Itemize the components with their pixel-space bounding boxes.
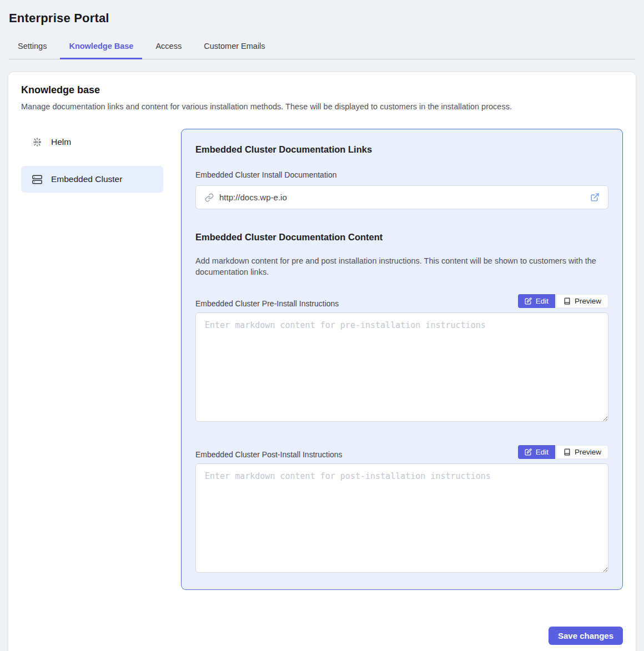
edit-button[interactable]: Edit <box>518 294 555 308</box>
post-install-mode-toggle: Edit Preview <box>518 445 608 459</box>
external-link-icon[interactable] <box>590 193 600 202</box>
edit-icon <box>525 448 532 456</box>
sidebar-item-embedded-cluster[interactable]: Embedded Cluster <box>21 166 163 193</box>
install-doc-url-input[interactable] <box>219 193 585 202</box>
tab-knowledge-base[interactable]: Knowledge Base <box>60 36 142 59</box>
post-install-label: Embedded Cluster Post-Install Instructio… <box>195 450 343 459</box>
pre-install-mode-toggle: Edit Preview <box>518 294 608 308</box>
tab-settings[interactable]: Settings <box>9 36 56 59</box>
post-install-textarea[interactable] <box>195 463 608 573</box>
embedded-cluster-panel: Embedded Cluster Documentation Links Emb… <box>181 129 623 590</box>
preview-button-label: Preview <box>575 448 601 456</box>
sidebar-item-label: Embedded Cluster <box>51 174 122 184</box>
pre-install-label: Embedded Cluster Pre-Install Instruction… <box>195 299 339 308</box>
card-description: Manage documentation links and content f… <box>21 102 623 111</box>
install-doc-field <box>195 185 608 209</box>
install-method-list: HELM Helm Embedded Cluster <box>21 129 163 590</box>
content-section-description: Add markdown content for pre and post in… <box>195 255 608 277</box>
server-stack-icon <box>32 175 42 184</box>
tab-access[interactable]: Access <box>147 36 190 59</box>
helm-icon: HELM <box>32 137 42 147</box>
book-icon <box>564 448 571 456</box>
edit-icon <box>525 297 532 305</box>
pre-install-textarea[interactable] <box>195 312 608 422</box>
preview-button[interactable]: Preview <box>556 294 608 308</box>
edit-button-label: Edit <box>536 297 549 305</box>
link-icon <box>205 193 214 202</box>
links-section-title: Embedded Cluster Documentation Links <box>195 144 608 155</box>
preview-button[interactable]: Preview <box>556 445 608 459</box>
preview-button-label: Preview <box>575 297 601 305</box>
edit-button-label: Edit <box>536 448 549 456</box>
page-title: Enterprise Portal <box>0 0 644 26</box>
sidebar-item-helm[interactable]: HELM Helm <box>21 129 163 155</box>
svg-text:HELM: HELM <box>33 141 41 144</box>
sidebar-item-label: Helm <box>51 137 71 147</box>
tab-customer-emails[interactable]: Customer Emails <box>195 36 274 59</box>
save-changes-button[interactable]: Save changes <box>549 627 623 645</box>
edit-button[interactable]: Edit <box>518 445 555 459</box>
tab-bar: Settings Knowledge Base Access Customer … <box>9 26 635 59</box>
book-icon <box>564 297 571 305</box>
knowledge-base-card: Knowledge base Manage documentation link… <box>8 72 636 651</box>
install-doc-label: Embedded Cluster Install Documentation <box>195 170 608 179</box>
card-title: Knowledge base <box>21 84 623 96</box>
content-section-title: Embedded Cluster Documentation Content <box>195 232 608 243</box>
